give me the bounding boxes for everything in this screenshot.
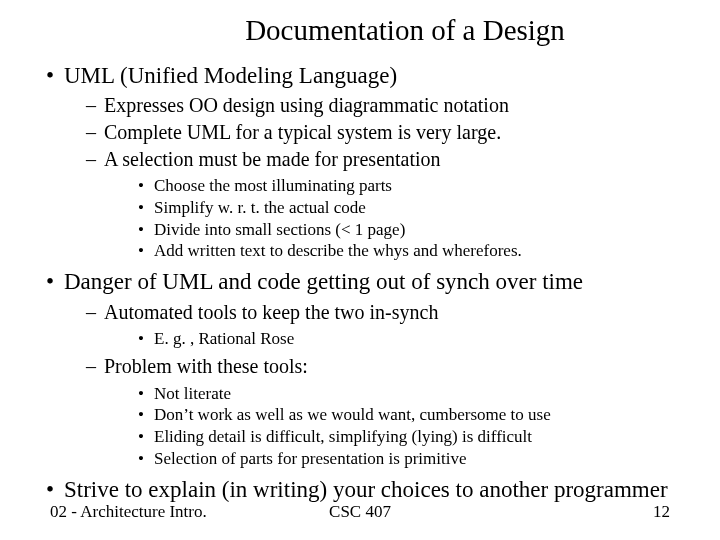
bullet-l3: Add written text to describe the whys an… [138,240,692,262]
bullet-text: Eliding detail is difficult, simplifying… [154,427,532,446]
bullet-list-l3: Choose the most illuminating parts Simpl… [104,175,692,262]
slide-title: Documentation of a Design [28,14,692,47]
bullet-l3: Not literate [138,383,692,405]
bullet-text: Choose the most illuminating parts [154,176,392,195]
footer-left: 02 - Architecture Intro. [50,502,207,522]
bullet-text: Expresses OO design using diagrammatic n… [104,94,509,116]
bullet-l3: Selection of parts for presentation is p… [138,448,692,470]
bullet-text: Danger of UML and code getting out of sy… [64,269,583,294]
bullet-l1: Danger of UML and code getting out of sy… [46,267,692,469]
bullet-text: Problem with these tools: [104,355,308,377]
slide: Documentation of a Design UML (Unified M… [0,0,720,540]
bullet-l2: Expresses OO design using diagrammatic n… [86,93,692,119]
bullet-l2: Automated tools to keep the two in-synch… [86,300,692,350]
bullet-text: Don’t work as well as we would want, cum… [154,405,551,424]
bullet-text: Strive to explain (in writing) your choi… [64,477,668,502]
footer: 02 - Architecture Intro. CSC 407 12 [0,502,720,522]
bullet-l2: Problem with these tools: Not literate D… [86,354,692,470]
bullet-text: Complete UML for a typical system is ver… [104,121,501,143]
bullet-l3: Simplify w. r. t. the actual code [138,197,692,219]
bullet-l2: Complete UML for a typical system is ver… [86,120,692,146]
footer-center: CSC 407 [329,502,391,522]
bullet-text: UML (Unified Modeling Language) [64,63,397,88]
bullet-text: Simplify w. r. t. the actual code [154,198,366,217]
bullet-text: Not literate [154,384,231,403]
bullet-l1: UML (Unified Modeling Language) Expresse… [46,61,692,262]
footer-right: 12 [653,502,670,522]
bullet-list-l2: Expresses OO design using diagrammatic n… [64,93,692,262]
bullet-text: A selection must be made for presentatio… [104,148,441,170]
bullet-l3: Divide into small sections (< 1 page) [138,219,692,241]
bullet-l3: Choose the most illuminating parts [138,175,692,197]
bullet-text: Divide into small sections (< 1 page) [154,220,405,239]
bullet-text: Selection of parts for presentation is p… [154,449,467,468]
bullet-list-l2: Automated tools to keep the two in-synch… [64,300,692,470]
bullet-list-l3: E. g. , Rational Rose [104,328,692,350]
bullet-text: Add written text to describe the whys an… [154,241,522,260]
bullet-l3: E. g. , Rational Rose [138,328,692,350]
bullet-list: UML (Unified Modeling Language) Expresse… [28,61,692,504]
bullet-text: Automated tools to keep the two in-synch [104,301,438,323]
bullet-list-l3: Not literate Don’t work as well as we wo… [104,383,692,470]
bullet-l2: A selection must be made for presentatio… [86,147,692,263]
bullet-l3: Eliding detail is difficult, simplifying… [138,426,692,448]
bullet-l3: Don’t work as well as we would want, cum… [138,404,692,426]
bullet-l1: Strive to explain (in writing) your choi… [46,475,692,504]
bullet-text: E. g. , Rational Rose [154,329,294,348]
